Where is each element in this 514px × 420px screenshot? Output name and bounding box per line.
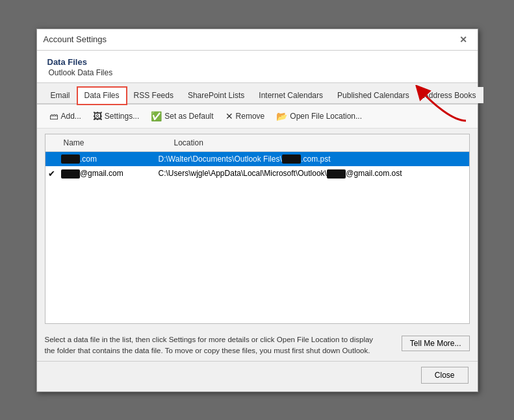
tab-address-books[interactable]: Address Books (417, 87, 483, 103)
redacted-name (61, 169, 80, 179)
folder-icon: 📂 (276, 111, 287, 121)
remove-label: Remove (236, 112, 265, 121)
file-list-header: Name Location (45, 134, 469, 152)
row-check-icon: ✔ (45, 169, 58, 179)
redacted-loc (282, 154, 301, 164)
row-name: @gmail.com (58, 169, 156, 179)
tab-email[interactable]: Email (44, 87, 77, 103)
close-dialog-button[interactable]: Close (421, 367, 469, 384)
open-file-location-label: Open File Location... (290, 112, 362, 121)
table-row[interactable]: .com D:\Walter\Documents\Outlook Files\ … (45, 152, 469, 167)
checkmark-icon: ✅ (151, 111, 162, 121)
toolbar: 🗃 Add... 🖼 Settings... ✅ Set as Default … (37, 105, 478, 129)
table-row[interactable]: ✔ @gmail.com C:\Users\wjgle\AppData\Loca… (45, 166, 469, 181)
footer: Close (37, 361, 478, 391)
redacted-name (61, 154, 80, 164)
tab-published-calendars[interactable]: Published Calendars (330, 87, 417, 103)
redacted-loc (327, 169, 346, 179)
add-button[interactable]: 🗃 Add... (45, 108, 86, 124)
header-title: Data Files (47, 57, 467, 67)
dialog-title: Account Settings (44, 34, 107, 44)
open-file-location-button[interactable]: 📂 Open File Location... (272, 108, 366, 124)
title-bar: Account Settings ✕ (37, 29, 478, 51)
set-default-label: Set as Default (164, 112, 213, 121)
header-section: Data Files Outlook Data Files (37, 51, 478, 83)
add-label: Add... (61, 112, 81, 121)
col-name-header: Name (58, 137, 169, 149)
settings-icon: 🖼 (93, 111, 102, 121)
info-text: Select a data file in the list, then cli… (45, 334, 383, 357)
row-location: D:\Walter\Documents\Outlook Files\ .com.… (156, 154, 469, 164)
add-icon: 🗃 (49, 111, 58, 121)
row-name: .com (58, 154, 156, 164)
window-close-button[interactable]: ✕ (456, 33, 471, 46)
row-location: C:\Users\wjgle\AppData\Local\Microsoft\O… (156, 169, 469, 179)
header-subtitle: Outlook Data Files (47, 68, 467, 77)
tabs-bar: Email Data Files RSS Feeds SharePoint Li… (37, 83, 478, 105)
set-default-button[interactable]: ✅ Set as Default (146, 108, 218, 124)
tab-data-files[interactable]: Data Files (77, 87, 127, 105)
tab-sharepoint-lists[interactable]: SharePoint Lists (181, 87, 251, 103)
file-list: Name Location .com D:\Walter\Documents\O… (45, 134, 470, 325)
tell-me-more-button[interactable]: Tell Me More... (402, 336, 470, 351)
settings-button[interactable]: 🖼 Settings... (88, 108, 144, 124)
col-location-header: Location (169, 137, 469, 149)
remove-icon: ✕ (225, 111, 233, 121)
tab-internet-calendars[interactable]: Internet Calendars (251, 87, 330, 103)
remove-button[interactable]: ✕ Remove (221, 108, 270, 124)
account-settings-dialog: Account Settings ✕ Data Files Outlook Da… (36, 29, 478, 392)
info-section: Select a data file in the list, then cli… (37, 329, 478, 361)
settings-label: Settings... (105, 112, 139, 121)
tab-rss-feeds[interactable]: RSS Feeds (127, 87, 181, 103)
